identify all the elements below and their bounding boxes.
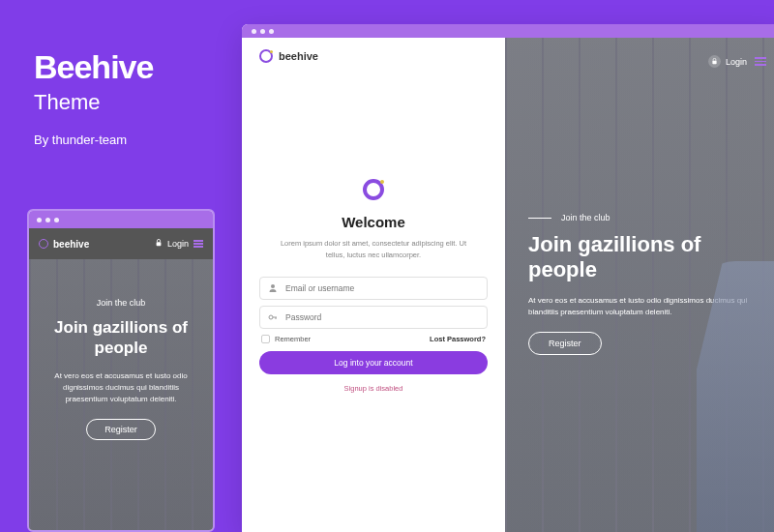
logo[interactable]: beehive	[39, 239, 89, 250]
password-field-wrapper	[259, 306, 488, 329]
window-dot	[54, 218, 59, 222]
hero-copy: At vero eos et accusamus et iusto odio d…	[41, 370, 201, 405]
info-panel: Beehive Theme By thunder-team	[34, 48, 153, 147]
hero-header: Login	[522, 55, 766, 68]
remember-row: Remember Lost Password?	[261, 335, 486, 343]
welcome-title: Welcome	[259, 214, 488, 230]
hero-eyebrow: Join the club	[41, 298, 201, 308]
login-panel: beehive Welcome Lorem ipsum dolor sit am…	[242, 38, 505, 532]
signup-disabled-text: Signup is disabled	[259, 384, 488, 393]
login-label: Login	[726, 57, 747, 67]
lost-password-link[interactable]: Lost Password?	[430, 335, 486, 343]
remember-checkbox-wrapper[interactable]: Remember	[261, 335, 311, 343]
logo-icon	[39, 239, 48, 249]
login-button[interactable]: Log into your account	[259, 351, 488, 374]
hero-eyebrow: Join the club	[561, 213, 610, 222]
window-dot	[252, 29, 256, 34]
desktop-body: beehive Welcome Lorem ipsum dolor sit am…	[242, 38, 774, 532]
divider	[528, 218, 551, 219]
window-dot	[37, 218, 42, 222]
menu-icon[interactable]	[194, 239, 203, 250]
email-field-wrapper	[259, 277, 488, 300]
welcome-logo	[259, 179, 488, 200]
login-form: Welcome Lorem ipsum dolor sit amet, cons…	[259, 179, 488, 393]
theme-subtitle: Theme	[34, 90, 153, 115]
register-button[interactable]: Register	[86, 419, 156, 440]
mobile-actions: Login	[155, 239, 203, 250]
login-link[interactable]: Login	[708, 55, 747, 68]
desktop-titlebar	[242, 24, 774, 38]
mobile-header: beehive Login	[29, 228, 213, 259]
svg-point-1	[271, 284, 275, 288]
remember-checkbox[interactable]	[261, 335, 270, 343]
password-input[interactable]	[285, 312, 479, 322]
svg-rect-0	[157, 242, 162, 246]
register-button[interactable]: Register	[528, 332, 602, 355]
logo[interactable]: beehive	[259, 49, 488, 63]
svg-rect-5	[712, 61, 716, 65]
email-input[interactable]	[285, 283, 479, 293]
theme-title: Beehive	[34, 48, 153, 86]
logo-icon	[363, 179, 384, 200]
menu-icon[interactable]	[755, 55, 766, 68]
desktop-preview: beehive Welcome Lorem ipsum dolor sit am…	[242, 24, 774, 532]
mobile-hero: Join the club Join gazillions of people …	[29, 259, 213, 532]
logo-text: beehive	[279, 50, 318, 62]
hero-eyebrow-row: Join the club	[528, 213, 766, 222]
hero-heading: Join gazillions of people	[41, 317, 201, 359]
welcome-copy: Lorem ipsum dolor sit amet, consectetur …	[259, 238, 488, 261]
mobile-titlebar	[29, 211, 213, 228]
window-dot	[45, 218, 50, 222]
logo-text: beehive	[53, 239, 89, 250]
window-dot	[269, 29, 274, 34]
window-dot	[260, 29, 265, 34]
logo-icon	[259, 49, 273, 63]
key-icon	[268, 312, 278, 322]
mobile-preview: beehive Login Join the club Join gazilli…	[27, 209, 215, 532]
theme-author: By thunder-team	[34, 133, 153, 147]
hero-panel: Login Join the club Join gazillions of p…	[505, 38, 774, 532]
remember-label: Remember	[275, 335, 311, 343]
lock-icon	[708, 55, 721, 68]
svg-point-2	[269, 315, 273, 319]
login-link[interactable]: Login	[167, 239, 189, 249]
lock-icon	[155, 239, 163, 249]
user-icon	[268, 283, 278, 293]
